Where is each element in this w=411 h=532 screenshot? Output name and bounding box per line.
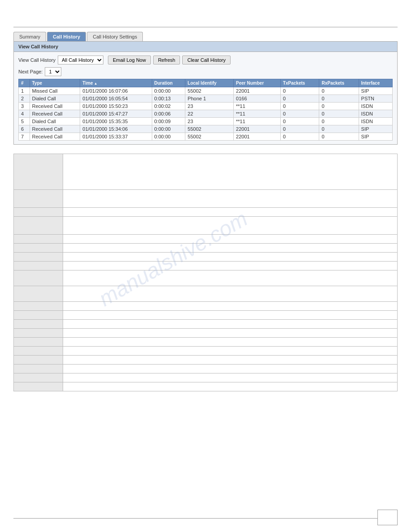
ref-table-row xyxy=(14,382,398,391)
table-row: 1Missed Call01/01/2000 16:07:060:00:0055… xyxy=(19,87,393,95)
tab-call-history[interactable]: Call History xyxy=(47,32,86,41)
ref-table-row xyxy=(14,311,398,320)
page-number-box xyxy=(377,510,398,525)
ref-table-row xyxy=(14,235,398,244)
panel-body: View Call History All Call History Email… xyxy=(14,52,397,144)
tab-call-history-settings[interactable]: Call History Settings xyxy=(87,32,143,41)
tabs-container: Summary Call History Call History Settin… xyxy=(13,32,398,41)
ref-table-row xyxy=(14,329,398,338)
col-type[interactable]: Type xyxy=(30,79,80,87)
email-log-button[interactable]: Email Log Now xyxy=(108,56,151,64)
clear-call-history-button[interactable]: Clear Call History xyxy=(182,56,231,64)
ref-table-row xyxy=(14,270,398,286)
tab-summary[interactable]: Summary xyxy=(13,32,46,41)
table-row: 7Received Call01/01/2000 15:33:370:00:00… xyxy=(19,133,393,141)
col-peer-num: Peer Number xyxy=(234,79,281,87)
ref-table-row xyxy=(14,302,398,311)
next-page-label: Next Page: xyxy=(18,69,43,74)
ref-table-row xyxy=(14,365,398,373)
call-history-table: # Type Time Duration Local Identify Peer… xyxy=(18,79,393,141)
ref-table-row xyxy=(14,190,398,208)
refresh-button[interactable]: Refresh xyxy=(153,56,180,64)
ref-table-row xyxy=(14,347,398,356)
ref-table-row xyxy=(14,208,398,217)
ref-table-row xyxy=(14,253,398,262)
col-num: # xyxy=(19,79,30,87)
bottom-divider xyxy=(13,518,398,519)
col-duration: Duration xyxy=(152,79,185,87)
ref-table-row xyxy=(14,154,398,190)
col-rx: RxPackets xyxy=(319,79,359,87)
ref-table-row xyxy=(14,356,398,365)
ref-table-row xyxy=(14,373,398,382)
ref-table-row xyxy=(14,286,398,302)
controls-row: View Call History All Call History Email… xyxy=(18,56,393,64)
ref-table-row xyxy=(14,217,398,235)
col-tx: TxPackets xyxy=(280,79,319,87)
ref-table-wrapper xyxy=(13,154,398,391)
col-local-id: Local Identify xyxy=(185,79,234,87)
view-call-history-label: View Call History xyxy=(18,57,56,63)
top-divider xyxy=(13,27,398,27)
call-history-panel: View Call History View Call History All … xyxy=(13,41,398,145)
ref-table-row xyxy=(14,338,398,347)
ref-table-row xyxy=(14,262,398,270)
view-dropdown[interactable]: All Call History xyxy=(58,56,103,64)
next-page-dropdown[interactable]: 1 xyxy=(45,67,61,76)
table-row: 6Received Call01/01/2000 15:34:060:00:00… xyxy=(19,125,393,133)
next-page-row: Next Page: 1 xyxy=(18,67,393,76)
main-content: Summary Call History Call History Settin… xyxy=(13,32,398,391)
table-row: 5Dialed Call01/01/2000 15:35:350:00:0923… xyxy=(19,118,393,125)
col-iface: Interface xyxy=(359,79,392,87)
table-row: 3Received Call01/01/2000 15:50:230:00:02… xyxy=(19,103,393,110)
ref-table-row xyxy=(14,320,398,329)
table-row: 4Received Call01/01/2000 15:47:270:00:06… xyxy=(19,110,393,118)
ref-table xyxy=(13,154,398,391)
col-time[interactable]: Time xyxy=(80,79,152,87)
panel-header: View Call History xyxy=(14,42,397,52)
ref-table-row xyxy=(14,244,398,253)
table-row: 2Dialed Call01/01/2000 16:05:540:00:13Ph… xyxy=(19,95,393,103)
